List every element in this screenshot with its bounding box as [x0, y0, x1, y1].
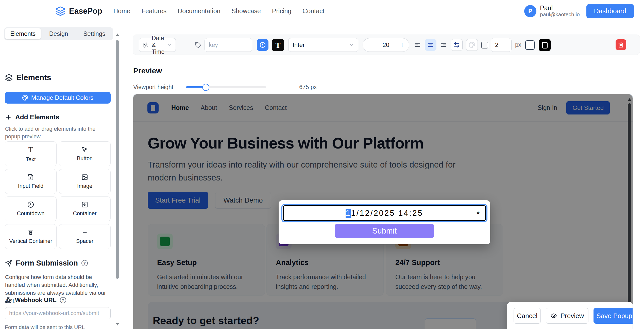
nav-pricing[interactable]: Pricing: [272, 7, 291, 15]
image-icon: [81, 174, 88, 180]
webhook-url-help: Form data will be sent to this URL when …: [5, 323, 99, 329]
element-tile-vertical-container[interactable]: Vertical Container: [5, 224, 57, 249]
element-tile-image[interactable]: Image: [59, 169, 111, 194]
viewport-height-slider[interactable]: [186, 86, 266, 88]
preview-title: Preview: [133, 67, 162, 75]
tab-settings[interactable]: Settings: [76, 28, 112, 39]
app-nav: Home Features Documentation Showcase Pri…: [113, 7, 324, 15]
popup-submit-button[interactable]: Submit: [335, 224, 434, 238]
viewport-height-label: Viewport height: [133, 84, 173, 91]
add-elements-hint: Click to add or drag elements into the p…: [5, 125, 105, 140]
tab-elements[interactable]: Elements: [5, 28, 41, 39]
font-size-decrease-button[interactable]: −: [363, 38, 377, 52]
trash-icon: [618, 42, 624, 48]
chevron-down-icon: [167, 43, 172, 47]
align-right-button[interactable]: [438, 39, 449, 51]
help-icon[interactable]: ?: [60, 297, 66, 303]
element-type-select[interactable]: Date & Time: [139, 38, 176, 52]
elements-heading: Elements: [5, 73, 51, 82]
font-size-increase-button[interactable]: +: [395, 38, 409, 52]
element-tile-input-field[interactable]: Input Field: [5, 169, 57, 194]
webhook-icon: [5, 297, 12, 303]
border-color-swatch-white[interactable]: [525, 40, 535, 50]
text-style-icon: T: [275, 41, 280, 50]
date-selected-char: 1: [346, 209, 351, 218]
plus-icon: [5, 114, 12, 121]
slider-thumb[interactable]: [202, 84, 209, 91]
nav-documentation[interactable]: Documentation: [178, 7, 220, 15]
cursor-icon: [81, 146, 88, 153]
swatch-selected-indicator: [542, 42, 548, 48]
save-popup-button[interactable]: Save Popup: [594, 308, 633, 324]
sidebar-scrollbar-thumb[interactable]: [116, 40, 119, 279]
palette-icon: [22, 95, 28, 101]
webhook-url-label: Webhook URL ?: [5, 297, 66, 304]
scroll-up-arrow-icon[interactable]: [116, 34, 119, 36]
palette-icon: [469, 42, 475, 48]
dashboard-button[interactable]: Dashboard: [586, 4, 634, 18]
border-width-input[interactable]: [491, 38, 512, 52]
px-unit-label: px: [515, 41, 521, 48]
key-input[interactable]: [205, 38, 252, 52]
required-marker: *: [477, 210, 481, 218]
preview-button[interactable]: Preview: [546, 308, 588, 324]
align-left-icon: [414, 42, 421, 48]
sidebar-tabs: Elements Design Settings: [4, 27, 113, 40]
swap-direction-button[interactable]: [451, 39, 463, 51]
required-toggle-button[interactable]: [257, 39, 268, 51]
delete-element-button[interactable]: [616, 39, 626, 50]
cancel-button[interactable]: Cancel: [514, 308, 541, 324]
dash-icon: [81, 229, 88, 236]
user-email: paul@kaotech.io: [540, 11, 580, 18]
form-submission-heading: Form Submission ?: [5, 259, 88, 267]
file-input-icon: [27, 174, 34, 180]
manage-default-colors-button[interactable]: Manage Default Colors: [5, 92, 111, 104]
align-left-button[interactable]: [412, 39, 423, 51]
nav-home[interactable]: Home: [113, 7, 130, 15]
user-name: Paul: [540, 5, 580, 12]
element-tile-countdown[interactable]: Countdown: [5, 196, 57, 221]
nav-contact[interactable]: Contact: [302, 7, 324, 15]
eye-icon: [550, 312, 557, 319]
calendar-clock-icon: [143, 42, 149, 48]
element-tile-text[interactable]: T Text: [5, 141, 57, 166]
align-right-icon: [440, 42, 447, 48]
font-size-stepper: − 20 +: [363, 38, 409, 52]
alert-circle-icon: [259, 42, 266, 48]
background-color-button[interactable]: [466, 39, 478, 51]
viewport-height-value: 675 px: [299, 84, 317, 91]
avatar[interactable]: P: [524, 5, 536, 17]
nav-features[interactable]: Features: [142, 7, 167, 15]
elements-title: Elements: [16, 73, 51, 82]
webhook-url-input[interactable]: [5, 307, 111, 319]
align-center-icon: [427, 42, 434, 48]
border-color-swatch-black[interactable]: [539, 39, 551, 51]
border-icon: [481, 42, 488, 48]
element-tile-spacer[interactable]: Spacer: [59, 224, 111, 249]
help-icon[interactable]: ?: [81, 260, 88, 266]
layers-logo-icon: [55, 6, 65, 16]
element-toolbar: Date & Time T Inter − 20 +: [133, 35, 640, 55]
date-value: 1/12/2025 14:25: [351, 209, 423, 218]
popup-preview-frame: Home About Services Contact Sign In Get …: [133, 94, 633, 329]
font-family-select[interactable]: Inter: [288, 38, 358, 52]
text-color-button[interactable]: T: [272, 39, 284, 51]
date-time-input[interactable]: 11/12/2025 14:25 *: [283, 205, 486, 221]
scroll-down-arrow-icon[interactable]: [116, 323, 119, 325]
send-icon: [5, 260, 12, 267]
chevron-down-icon: [349, 43, 354, 47]
element-tile-button[interactable]: Button: [59, 141, 111, 166]
align-center-button[interactable]: [425, 39, 436, 51]
sidebar-scrollbar[interactable]: [116, 26, 119, 325]
nav-showcase[interactable]: Showcase: [231, 7, 261, 15]
brand-name: EasePop: [69, 7, 102, 16]
square-arrow-down-icon: [81, 201, 88, 208]
font-size-value[interactable]: 20: [377, 38, 395, 52]
app-header: EasePop Home Features Documentation Show…: [0, 0, 644, 22]
text-icon: T: [28, 145, 33, 154]
rows-icon: [27, 229, 34, 236]
tab-design[interactable]: Design: [41, 28, 77, 39]
add-elements-heading: Add Elements: [5, 113, 59, 121]
element-tile-container[interactable]: Container: [59, 196, 111, 221]
clock-icon: [27, 201, 34, 208]
